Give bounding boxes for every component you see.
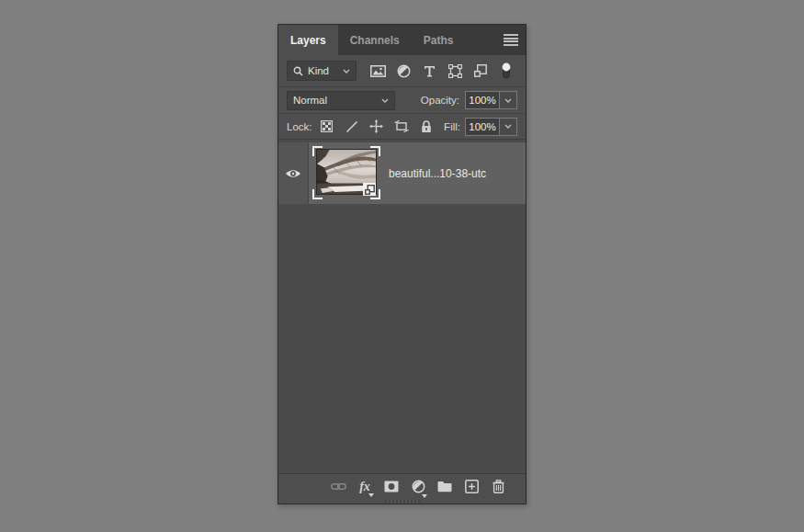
adjustment-layer-icon[interactable] xyxy=(410,479,426,495)
thumbnail-corner-bracket xyxy=(370,146,380,156)
lock-transparency-icon[interactable] xyxy=(320,119,334,134)
new-group-folder-icon[interactable] xyxy=(436,479,453,495)
lock-pixels-icon[interactable] xyxy=(345,119,359,134)
filter-toggle-switch[interactable] xyxy=(498,62,515,79)
panel-menu-icon[interactable] xyxy=(504,34,518,46)
blend-mode-value: Normal xyxy=(293,95,327,106)
add-layer-mask-icon[interactable] xyxy=(383,479,400,495)
link-layers-icon[interactable] xyxy=(330,479,346,495)
layer-thumbnail[interactable] xyxy=(312,146,380,199)
thumbnail-corner-bracket xyxy=(312,189,323,199)
blend-mode-row: Normal Opacity: 100% xyxy=(278,87,526,114)
tab-paths-label: Paths xyxy=(424,34,454,47)
panel-tab-bar: Layers Channels Paths xyxy=(278,25,526,55)
opacity-dropdown-button[interactable] xyxy=(500,91,517,109)
delete-layer-trash-icon[interactable] xyxy=(490,479,506,495)
lock-label: Lock: xyxy=(287,121,312,132)
filter-kind-dropdown[interactable]: Kind xyxy=(287,61,357,81)
opacity-label: Opacity: xyxy=(421,95,459,106)
shape-layer-filter-icon[interactable] xyxy=(447,62,463,79)
search-icon xyxy=(293,66,303,76)
layers-footer-toolbar: fx xyxy=(278,473,526,499)
new-layer-icon[interactable] xyxy=(463,479,480,495)
layer-style-fx-icon[interactable]: fx xyxy=(357,479,373,495)
thumbnail-corner-bracket xyxy=(312,146,323,156)
fill-value-field[interactable]: 100% xyxy=(465,118,500,136)
layer-name[interactable]: beautiful...10-38-utc xyxy=(389,167,486,180)
layer-list: beautiful...10-38-utc xyxy=(278,140,526,473)
blend-mode-dropdown[interactable]: Normal xyxy=(287,91,395,110)
layers-panel: Layers Channels Paths Kind xyxy=(277,24,527,504)
adjustment-layer-filter-icon[interactable] xyxy=(395,62,412,79)
desktop-backdrop: Layers Channels Paths Kind xyxy=(0,0,804,532)
tab-channels[interactable]: Channels xyxy=(338,25,412,55)
opacity-value-field[interactable]: 100% xyxy=(465,91,500,109)
smart-object-badge-icon xyxy=(363,183,376,196)
chevron-down-icon xyxy=(381,98,389,103)
panel-resize-grip[interactable] xyxy=(385,500,420,503)
opacity-value: 100% xyxy=(469,95,495,106)
type-layer-filter-icon[interactable] xyxy=(421,62,437,79)
lock-row: Lock: Fill: 100% xyxy=(278,114,526,140)
tab-layers-label: Layers xyxy=(290,34,326,47)
tab-channels-label: Channels xyxy=(350,34,400,47)
fill-dropdown-button[interactable] xyxy=(500,118,517,136)
lock-position-icon[interactable] xyxy=(369,119,384,134)
filter-type-icons xyxy=(369,62,517,79)
layer-visibility-toggle[interactable] xyxy=(278,142,309,204)
filter-row: Kind xyxy=(278,55,526,87)
panel-resize-strip xyxy=(278,499,526,504)
tab-layers[interactable]: Layers xyxy=(278,25,338,55)
tab-paths[interactable]: Paths xyxy=(412,25,466,55)
smart-object-filter-icon[interactable] xyxy=(472,62,489,79)
lock-all-icon[interactable] xyxy=(419,119,434,134)
fill-label: Fill: xyxy=(444,121,460,132)
lock-artboard-icon[interactable] xyxy=(394,119,409,134)
lock-icons xyxy=(320,119,434,134)
layer-row[interactable]: beautiful...10-38-utc xyxy=(278,142,526,204)
filter-kind-label: Kind xyxy=(308,65,329,76)
eye-icon xyxy=(285,168,301,179)
pixel-layer-filter-icon[interactable] xyxy=(369,62,386,79)
fill-value: 100% xyxy=(469,121,495,132)
chevron-down-icon xyxy=(343,69,350,74)
